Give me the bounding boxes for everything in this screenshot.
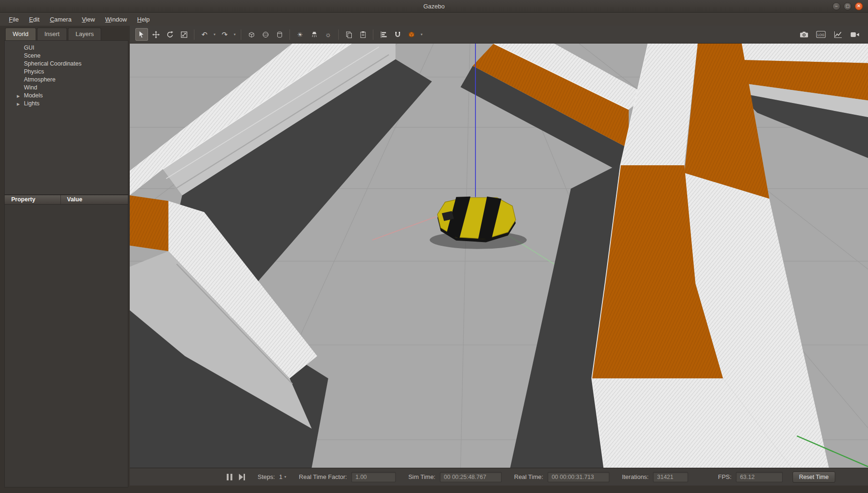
tree-item-wind[interactable]: Wind bbox=[5, 84, 128, 92]
panel-tabs: World Insert Layers bbox=[4, 26, 128, 40]
simulation-statusbar: Steps: 1▾ Real Time Factor: 1.00 Sim Tim… bbox=[130, 468, 868, 486]
log-icon: LOG bbox=[816, 30, 826, 38]
steps-spinner[interactable]: 1▾ bbox=[279, 473, 286, 480]
pause-button[interactable] bbox=[226, 474, 233, 480]
step-button[interactable] bbox=[239, 474, 245, 480]
property-column-header: Property bbox=[5, 195, 61, 204]
screenshot-button[interactable] bbox=[798, 28, 810, 41]
rtf-label: Real Time Factor: bbox=[299, 473, 347, 480]
tree-item-lights[interactable]: ▶Lights bbox=[5, 100, 128, 108]
toolbar-separator bbox=[241, 29, 241, 40]
maximize-icon: ▢ bbox=[846, 4, 850, 8]
step-icon bbox=[239, 474, 243, 480]
translate-tool-button[interactable] bbox=[149, 28, 162, 41]
chart-icon bbox=[834, 31, 842, 38]
scene-3d-view[interactable] bbox=[130, 44, 868, 468]
tab-world[interactable]: World bbox=[5, 28, 36, 40]
real-time-value: 00 00:00:31.713 bbox=[548, 472, 609, 482]
rtf-value: 1.00 bbox=[351, 472, 396, 482]
main-content: World Insert Layers GUI Scene Spherical … bbox=[0, 26, 868, 493]
redo-button[interactable]: ↷ bbox=[218, 28, 231, 41]
value-column-header: Value bbox=[61, 195, 82, 204]
real-time-label: Real Time: bbox=[514, 473, 543, 480]
iterations-label: Iterations: bbox=[622, 473, 649, 480]
svg-text:LOG: LOG bbox=[817, 33, 824, 37]
tree-item-models[interactable]: ▶Models bbox=[5, 92, 128, 100]
viewport-toolbar: ↶ ▾ ↷ ▾ ☀ ☼ bbox=[130, 26, 868, 44]
tab-insert[interactable]: Insert bbox=[37, 28, 67, 40]
log-record-button[interactable]: LOG bbox=[815, 28, 827, 41]
property-table-body bbox=[4, 205, 128, 487]
menu-camera[interactable]: Camera bbox=[45, 14, 76, 25]
tree-item-scene[interactable]: Scene bbox=[5, 52, 128, 60]
sim-time-value: 00 00:25:48.767 bbox=[440, 472, 502, 482]
minimize-icon: – bbox=[835, 4, 838, 8]
cylinder-icon bbox=[276, 31, 283, 38]
view-angle-dropdown[interactable]: ▾ bbox=[419, 32, 424, 37]
gazebo-window: Gazebo – ▢ ✕ File Edit Camera View Windo… bbox=[0, 0, 868, 493]
snap-button[interactable] bbox=[391, 28, 404, 41]
steps-label: Steps: bbox=[258, 473, 275, 480]
sim-time-label: Sim Time: bbox=[408, 473, 436, 480]
select-tool-button[interactable] bbox=[135, 28, 148, 41]
undo-icon: ↶ bbox=[201, 31, 208, 38]
maximize-button[interactable]: ▢ bbox=[844, 2, 852, 10]
tree-item-spherical-coordinates[interactable]: Spherical Coordinates bbox=[5, 60, 128, 68]
view-angle-cube-icon bbox=[408, 30, 415, 38]
sphere-icon bbox=[262, 31, 269, 38]
video-record-button[interactable] bbox=[848, 28, 861, 41]
expander-icon[interactable]: ▶ bbox=[17, 100, 20, 108]
window-title: Gazebo bbox=[0, 3, 868, 10]
redo-history-dropdown[interactable]: ▾ bbox=[232, 32, 237, 37]
chevron-down-icon: ▾ bbox=[284, 475, 286, 479]
menu-view[interactable]: View bbox=[77, 14, 100, 25]
spot-light-icon bbox=[311, 31, 318, 38]
rotate-icon bbox=[166, 31, 174, 38]
rotate-tool-button[interactable] bbox=[163, 28, 176, 41]
undo-history-dropdown[interactable]: ▾ bbox=[212, 32, 217, 37]
toolbar-separator bbox=[338, 29, 339, 40]
menu-help[interactable]: Help bbox=[132, 14, 155, 25]
point-light-button[interactable]: ☀ bbox=[294, 28, 306, 41]
fps-value: 63.12 bbox=[736, 472, 783, 482]
toolbar-separator bbox=[373, 29, 373, 40]
toolbar-separator bbox=[289, 29, 290, 40]
align-button[interactable] bbox=[377, 28, 390, 41]
tab-layers[interactable]: Layers bbox=[68, 28, 101, 40]
window-bottom-strip bbox=[130, 486, 868, 493]
step-icon bbox=[244, 474, 245, 480]
tree-item-physics[interactable]: Physics bbox=[5, 68, 128, 76]
left-panel: World Insert Layers GUI Scene Spherical … bbox=[4, 26, 128, 493]
render-viewport: ↶ ▾ ↷ ▾ ☀ ☼ bbox=[130, 26, 868, 493]
toolbar-separator bbox=[194, 29, 194, 40]
menu-window[interactable]: Window bbox=[100, 14, 132, 25]
tree-item-gui[interactable]: GUI bbox=[5, 44, 128, 52]
view-angle-button[interactable] bbox=[405, 28, 418, 41]
paste-button[interactable] bbox=[356, 28, 369, 41]
plot-button[interactable] bbox=[831, 28, 844, 41]
copy-icon bbox=[345, 31, 353, 38]
spot-light-button[interactable] bbox=[308, 28, 320, 41]
titlebar[interactable]: Gazebo – ▢ ✕ bbox=[0, 0, 868, 13]
menu-file[interactable]: File bbox=[4, 14, 24, 25]
insert-box-button[interactable] bbox=[245, 28, 258, 41]
scale-tool-button[interactable] bbox=[178, 28, 190, 41]
close-button[interactable]: ✕ bbox=[855, 2, 863, 10]
insert-cylinder-button[interactable] bbox=[273, 28, 286, 41]
redo-icon: ↷ bbox=[222, 31, 228, 38]
toolbar-right-group: LOG bbox=[798, 28, 862, 41]
expander-icon[interactable]: ▶ bbox=[17, 92, 20, 100]
align-icon bbox=[380, 31, 387, 38]
undo-button[interactable]: ↶ bbox=[198, 28, 211, 41]
directional-light-button[interactable]: ☼ bbox=[322, 28, 334, 41]
video-camera-icon bbox=[850, 31, 860, 38]
copy-button[interactable] bbox=[342, 28, 355, 41]
scene-canvas[interactable] bbox=[130, 44, 868, 468]
tree-item-atmosphere[interactable]: Atmosphere bbox=[5, 76, 128, 84]
iterations-value: 31421 bbox=[653, 472, 688, 482]
menu-edit[interactable]: Edit bbox=[24, 14, 45, 25]
sidebar-bottom-strip bbox=[4, 487, 128, 493]
reset-time-button[interactable]: Reset Time bbox=[793, 471, 835, 483]
minimize-button[interactable]: – bbox=[832, 2, 840, 10]
insert-sphere-button[interactable] bbox=[259, 28, 272, 41]
